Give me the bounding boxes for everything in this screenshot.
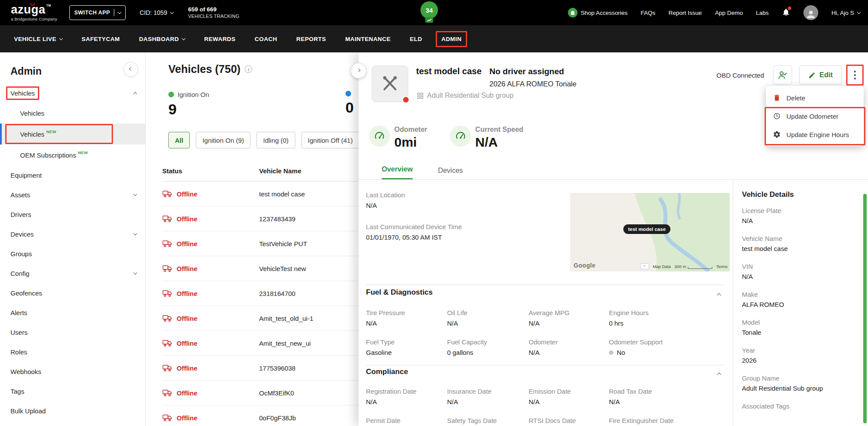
sidebar-item-assets[interactable]: Assets xyxy=(0,185,145,205)
cid-selector[interactable]: CID: 1059 xyxy=(140,9,173,16)
faqs-link[interactable]: FAQs xyxy=(641,10,656,16)
menu-item-update-engine-hours[interactable]: Update Engine Hours xyxy=(766,125,864,144)
overview-content: Last Location N/A Last Communicated Devi… xyxy=(359,180,733,426)
field-vehicle-name: Vehicle Nametest model case xyxy=(742,235,857,252)
info-icon[interactable]: i xyxy=(245,65,252,73)
chevron-down-icon xyxy=(133,232,137,235)
field-rtsi-docs-date: RTSI Docs Date xyxy=(529,417,609,426)
nav-maintenance[interactable]: MAINTENANCE xyxy=(345,36,390,42)
blue-status-dot xyxy=(345,91,351,96)
table-row[interactable]: Offline test model case xyxy=(162,182,359,206)
sidebar-collapse-button[interactable] xyxy=(123,62,138,77)
collapse-compliance-section[interactable] xyxy=(718,370,721,378)
app-demo-link[interactable]: App Demo xyxy=(715,10,743,16)
menu-item-delete[interactable]: Delete xyxy=(766,89,864,107)
assign-driver-button[interactable] xyxy=(773,65,792,85)
field-year: Year2026 xyxy=(742,347,857,364)
odometer-gauge-icon xyxy=(369,126,390,147)
column-status[interactable]: Status xyxy=(162,167,259,175)
table-row[interactable]: Offline 1237483439 xyxy=(162,206,359,231)
table-row[interactable]: Offline 0oF0gF38Jb xyxy=(162,405,359,426)
collapse-fuel-section[interactable] xyxy=(718,291,721,299)
menu-item-update-odometer[interactable]: Update Odometer xyxy=(766,107,864,125)
notifications-bell-icon[interactable] xyxy=(782,8,790,18)
map-vehicle-pin[interactable]: test model case xyxy=(623,224,670,234)
truck-icon xyxy=(162,364,173,371)
sidebar-item-oem-subscriptions[interactable]: OEM Subscriptions NEW xyxy=(0,144,145,165)
table-row[interactable]: Offline 2318164700 xyxy=(162,281,359,306)
nav-rewards[interactable]: REWARDS xyxy=(204,36,236,42)
group-grid-icon xyxy=(417,93,424,99)
sidebar-item-groups[interactable]: Groups xyxy=(0,244,145,264)
odometer-label: Odometer xyxy=(394,126,427,134)
nav-coach[interactable]: COACH xyxy=(255,36,277,42)
edit-button[interactable]: Edit xyxy=(799,65,842,85)
nav-safetycam[interactable]: SAFETYCAM xyxy=(82,36,120,42)
map-terms-link[interactable]: Terms xyxy=(716,264,728,269)
sidebar-item-alerts[interactable]: Alerts xyxy=(0,303,145,323)
nav-admin[interactable]: ADMIN xyxy=(441,36,461,42)
tab-overview[interactable]: Overview xyxy=(382,165,413,179)
trash-icon xyxy=(773,94,781,102)
table-row[interactable]: Offline TestVehicle PUT xyxy=(162,231,359,256)
filter-ignition-off[interactable]: Ignition Off (41) xyxy=(301,132,359,148)
table-row[interactable]: Offline Amit_test_old_ui-1 xyxy=(162,306,359,331)
pencil-icon xyxy=(808,72,816,79)
score-badge[interactable]: 34 xyxy=(420,1,439,23)
chevron-down-icon xyxy=(59,36,63,40)
sidebar-item-equipment[interactable]: Equipment xyxy=(0,165,145,185)
sidebar-item-tags[interactable]: Tags xyxy=(0,381,145,401)
nav-dashboard[interactable]: DASHBOARD xyxy=(139,36,185,42)
nav-reports[interactable]: REPORTS xyxy=(296,36,326,42)
sidebar-item-bulk-upload[interactable]: Bulk Upload xyxy=(0,401,145,421)
sidebar-item-users[interactable]: Users xyxy=(0,323,145,342)
logo-text: azuga xyxy=(11,3,45,16)
fuel-section-title: Fuel & Diagnostics xyxy=(366,288,433,297)
speed-gauge-icon xyxy=(450,126,471,147)
last-communicated-time: Last Communicated Device Time 01/01/1970… xyxy=(366,223,462,241)
avatar[interactable] xyxy=(803,5,818,20)
notification-dot xyxy=(788,7,791,10)
scrollbar[interactable] xyxy=(863,194,867,423)
sidebar-item-vehicles-new[interactable]: Vehicles NEW xyxy=(0,124,145,144)
field-vin: VINN/A xyxy=(742,263,857,280)
chevron-up-icon xyxy=(133,92,137,96)
sidebar-item-vehicles[interactable]: Vehicles xyxy=(0,103,145,124)
chevron-right-icon xyxy=(357,68,360,72)
sidebar-item-drivers[interactable]: Drivers xyxy=(0,205,145,224)
chevron-down-icon xyxy=(133,271,137,275)
sidebar-item-devices[interactable]: Devices xyxy=(0,224,145,244)
sidebar-item-geofences[interactable]: Geofences xyxy=(0,283,145,303)
table-row[interactable]: Offline Amit_test_new_ui xyxy=(162,331,359,356)
filter-ignition-on[interactable]: Ignition On (9) xyxy=(196,132,250,148)
nav-vehicle-live[interactable]: VEHICLE LIVE xyxy=(14,36,62,42)
shop-bag-icon xyxy=(568,8,578,17)
shop-accessories-link[interactable]: Shop Accessories xyxy=(568,8,628,17)
stat-ignition-on: Ignition On 9 xyxy=(168,91,209,118)
filter-idling[interactable]: Idling (0) xyxy=(256,132,295,148)
sidebar-item-vehicles-group[interactable]: Vehicles xyxy=(0,83,145,103)
user-menu[interactable]: Hi, Ajo S xyxy=(831,10,860,16)
sidebar-item-roles[interactable]: Roles xyxy=(0,342,145,362)
nav-eld[interactable]: ELD xyxy=(410,36,422,42)
more-actions-button[interactable] xyxy=(849,66,861,84)
table-row[interactable]: Offline VehicleTest new xyxy=(162,256,359,281)
sidebar-item-webhooks[interactable]: Webhooks xyxy=(0,362,145,381)
filter-all[interactable]: All xyxy=(168,132,190,148)
table-row[interactable]: Offline 1775396038 xyxy=(162,356,359,381)
sidebar-item-config[interactable]: Config xyxy=(0,264,145,283)
panel-expand-button[interactable] xyxy=(351,63,366,79)
map-keyboard-icon[interactable]: ⌗ xyxy=(640,263,649,269)
table-row[interactable]: Offline OcMf3EifK0 xyxy=(162,381,359,405)
field-odometer-support: Odometer SupportNo xyxy=(609,338,725,356)
location-map[interactable]: test model case Google ⌗ Map Data 500 m … xyxy=(570,193,730,271)
azuga-logo[interactable]: azugaTM a Bridgestone Company xyxy=(11,4,57,21)
chevron-down-icon xyxy=(182,36,185,40)
tab-devices[interactable]: Devices xyxy=(438,167,463,179)
vehicle-name: 2318164700 xyxy=(259,290,359,297)
switch-app-button[interactable]: SWITCH APP xyxy=(69,5,126,20)
green-status-dot xyxy=(168,92,174,97)
column-vehicle-name[interactable]: Vehicle Name xyxy=(259,167,359,175)
report-issue-link[interactable]: Report Issue xyxy=(669,10,702,16)
labs-link[interactable]: Labs xyxy=(756,10,769,16)
